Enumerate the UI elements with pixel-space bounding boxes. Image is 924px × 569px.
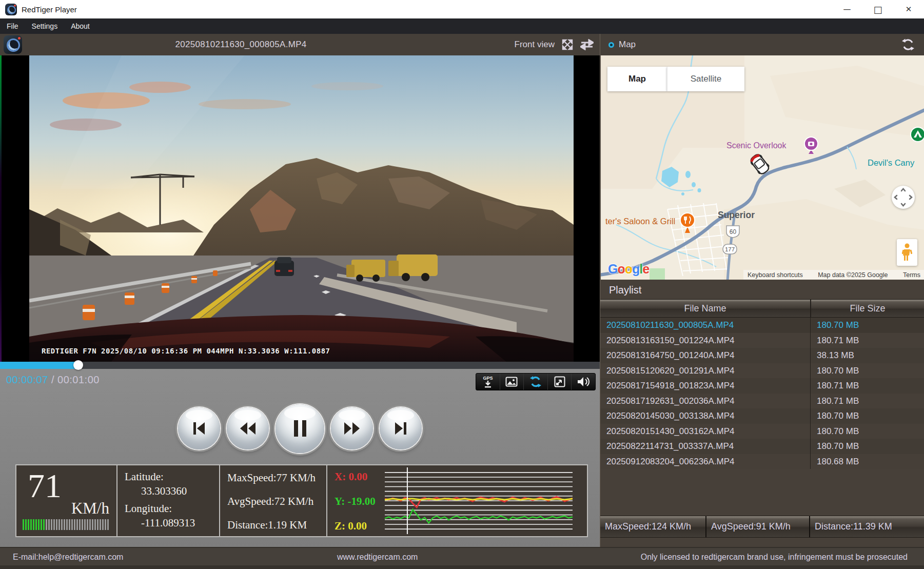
playlist-row[interactable]: 20250815120620_001291A.MP4180.70 MB [600,363,924,379]
pause-button[interactable] [276,404,324,453]
playlist-row[interactable]: 20250912083204_006236A.MP4180.68 MB [600,454,924,469]
seek-handle[interactable] [73,360,83,370]
playlist-file-size: 180.70 MB [810,424,924,439]
close-button[interactable]: ✕ [893,0,924,18]
menu-item-file[interactable]: File [0,18,25,34]
gps-export-button[interactable]: GPS [476,374,500,390]
website: www.redtigercam.com [337,553,418,562]
sync-button[interactable] [524,374,548,390]
menu-item-settings[interactable]: Settings [25,18,65,34]
gauge-segment [107,519,109,530]
playlist-file-size: 180.70 MB [810,408,924,424]
front-view-label: Front view [515,40,555,50]
dashcam-stamp: REDTIGER F7N 2025/08/10 09:16:36 PM 044M… [42,347,330,355]
playlist-max-speed: MaxSpeed:124 KM/h [600,516,706,537]
gauge-segment [56,519,57,530]
playlist-file-name[interactable]: 20250912083204_006236A.MP4 [600,454,810,469]
status-bar: E-mail:help@redtigercam.com www.redtiger… [0,547,924,569]
gauge-segment [66,519,68,530]
gauge-segment [64,519,65,530]
menu-bar: FileSettingsAbout [0,18,924,34]
menu-item-about[interactable]: About [64,18,96,34]
map-view-button[interactable]: Map [607,67,667,91]
next-button[interactable] [380,407,422,449]
snapshot-button[interactable] [500,374,524,390]
video-header: 20250810211630_000805A.MP4 Front view [0,34,600,55]
playlist-file-name[interactable]: 20250813163150_001224A.MP4 [600,333,810,348]
accel-graph [383,467,575,534]
playlist-row[interactable]: 20250817192631_002036A.MP4180.71 MB [600,394,924,409]
telemetry-panel: 71 KM/h Latitude: 33.303360 Longitude: -… [15,464,588,537]
volume-button[interactable] [572,374,595,390]
playlist-file-name[interactable]: 20250810211630_000805A.MP4 [600,318,810,333]
speed-unit: KM/h [71,499,109,518]
google-map[interactable]: Scenic Overlook Devil's Cany ter's Saloo… [601,55,924,280]
playlist-file-name[interactable]: 20250822114731_003337A.MP4 [600,439,810,454]
playlist-row[interactable]: 20250810211630_000805A.MP4180.70 MB [600,318,924,333]
playlist-row[interactable]: 20250822114731_003337A.MP4180.70 MB [600,439,924,454]
playlist-file-name[interactable]: 20250813164750_001240A.MP4 [600,348,810,363]
playlist-row[interactable]: 20250817154918_001823A.MP4180.71 MB [600,378,924,394]
gauge-segment [92,519,93,530]
playlist-row[interactable]: 20250820151430_003162A.MP4180.70 MB [600,424,924,439]
playlist-file-name[interactable]: 20250817154918_001823A.MP4 [600,378,810,394]
video-panel: 20250810211630_000805A.MP4 Front view [0,34,600,547]
redtiger-player-window: RedTiger Player — □ ✕ FileSettingsAbout … [0,0,924,569]
gauge-segment [71,519,73,530]
playlist-file-size: 38.13 MB [810,348,924,363]
playlist-file-name[interactable]: 20250820145030_003138A.MP4 [600,408,810,424]
gauge-segment [102,519,104,530]
previous-button[interactable] [178,407,220,449]
speed-value: 71 [28,466,62,505]
gsensor-y-label: Y: -19.00 [335,495,376,508]
route-60-shield: 60 [726,226,739,238]
terms-link[interactable]: Terms [903,271,920,279]
current-time: 00:00:07 [6,374,48,385]
total-time: 00:01:00 [57,374,100,385]
maximize-button[interactable]: □ [862,0,893,18]
gsensor-graph-wrap [383,467,575,534]
playlist-column-headers: File Name File Size [600,299,924,318]
video-toolbar: GPS [476,373,596,390]
minimize-button[interactable]: — [832,0,862,18]
playlist-row[interactable]: 20250813163150_001224A.MP4180.71 MB [600,333,924,348]
gauge-segment [74,519,75,530]
gauge-segment [58,519,60,530]
seek-bar[interactable] [0,362,600,369]
playlist-file-name[interactable]: 20250817192631_002036A.MP4 [600,394,810,409]
map-pan-control[interactable] [892,186,915,209]
scenic-overlook-label: Scenic Overlook [726,141,787,150]
swap-view-icon[interactable] [580,39,594,50]
playlist-row[interactable]: 20250813164750_001240A.MP438.13 MB [600,348,924,363]
pegman-control[interactable] [897,239,917,266]
google-logo[interactable]: Google [608,262,649,277]
edge-artifact [0,55,2,362]
file-name-column-header[interactable]: File Name [600,300,810,317]
fast-forward-button[interactable] [331,407,373,449]
resize-button[interactable] [548,374,572,390]
refresh-icon[interactable] [901,38,915,51]
playlist-file-name[interactable]: 20250815120620_001291A.MP4 [600,363,810,379]
playlist-distance: Distance:11.39 KM [810,516,924,537]
window-controls: — □ ✕ [832,0,924,18]
fullscreen-icon[interactable] [561,38,574,51]
gauge-segment [105,519,106,530]
gauge-segment [76,519,78,530]
video-filename: 20250810211630_000805A.MP4 [0,34,482,55]
satellite-view-button[interactable]: Satellite [667,67,744,91]
map-playlist-panel: Map [600,34,924,547]
video-area[interactable]: REDTIGER F7N 2025/08/10 09:16:36 PM 044M… [0,55,600,362]
gauge-segment [28,519,29,530]
dashcam-video-frame: REDTIGER F7N 2025/08/10 09:16:36 PM 044M… [29,55,574,362]
gauge-segment [61,519,63,530]
title-bar: RedTiger Player — □ ✕ [0,0,924,18]
svg-text:60: 60 [730,228,737,236]
playlist-file-name[interactable]: 20250820151430_003162A.MP4 [600,424,810,439]
file-size-column-header[interactable]: File Size [810,300,924,317]
playlist-file-size: 180.71 MB [810,378,924,394]
gsensor-cell: X: 0.00 Y: -19.00 Z: 0.00 [327,465,587,536]
rewind-button[interactable] [227,407,269,449]
map-attribution: Keyboard shortcuts Map data ©2025 Google… [743,270,924,280]
playlist-row[interactable]: 20250820145030_003138A.MP4180.70 MB [600,408,924,424]
keyboard-shortcuts-link[interactable]: Keyboard shortcuts [748,271,803,279]
